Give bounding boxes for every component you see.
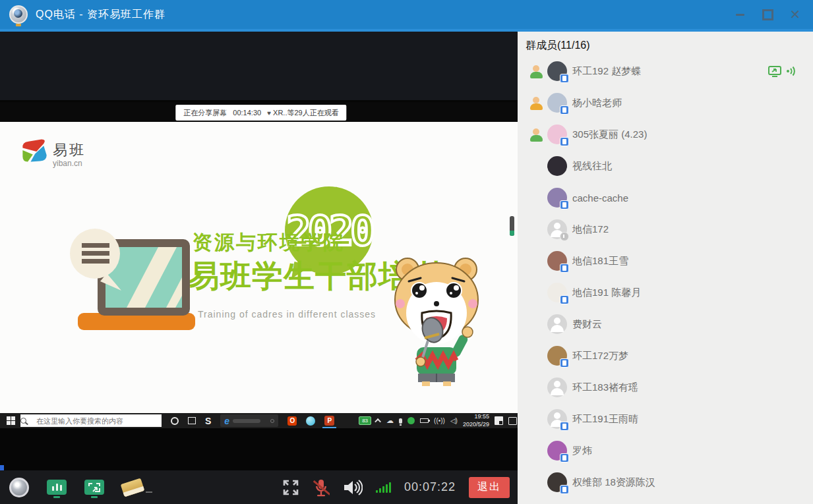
member-row[interactable]: 杨小晗老师 (518, 87, 813, 119)
tray-sync-icon (407, 417, 415, 424)
onedrive-cloud-icon: ☁ (386, 416, 394, 425)
minimize-icon[interactable] (731, 6, 748, 23)
member-row[interactable]: 视线往北 (518, 150, 813, 182)
call-timer: 00:07:22 (404, 480, 456, 494)
avatar (547, 61, 567, 81)
device-badge (560, 105, 569, 115)
close-icon[interactable]: ✕ (787, 6, 804, 23)
whiteboard-button[interactable] (122, 481, 143, 494)
sharing-duration: 00:14:30 (233, 109, 261, 117)
cortana-icon (171, 417, 179, 425)
shared-screen: 正在分享屏幕 00:14:30 ♥ XR..等29人正在观看 (0, 102, 521, 428)
fullscreen-icon[interactable] (282, 479, 299, 496)
yiban-logo-cn: 易班 (53, 140, 86, 160)
avatar (547, 156, 567, 176)
members-panel: 群成员(11/16) 环工192 赵梦蝶 杨小晗老师 (518, 32, 813, 504)
avatar (547, 346, 567, 366)
member-row[interactable]: 费财云 (518, 308, 813, 340)
windows-start-icon (7, 416, 15, 425)
yiban-logo-domain: yiban.cn (53, 159, 86, 168)
avatar (547, 378, 567, 397)
member-name: 地信181王雪 (572, 255, 628, 267)
titlebar: QQ电话 - 资环易班工作群 ✕ (0, 0, 813, 32)
member-row[interactable]: 305张夏丽 (4.23) (518, 119, 813, 150)
member-row[interactable]: 地信191 陈馨月 (518, 277, 813, 308)
avatar (547, 125, 567, 144)
avatar (547, 409, 567, 429)
voice-indicator-icon (786, 66, 796, 76)
member-row[interactable]: 环工191王雨晴 (518, 403, 813, 435)
volume-icon: ◁) (450, 417, 458, 424)
maximize-icon[interactable] (759, 6, 776, 23)
member-name: 权维部 18资源陈汉 (572, 476, 655, 489)
college-name: 资源与环境学院 (193, 229, 345, 256)
edge-browser-tile: e (220, 414, 278, 427)
member-name: 环工191王雨晴 (572, 413, 638, 426)
tray-mic-icon (399, 418, 402, 424)
avatar (547, 93, 567, 113)
share-banner-strip: 正在分享屏幕 00:14:30 ♥ XR..等29人正在观看 (0, 102, 521, 122)
battery-icon (420, 418, 429, 423)
windows-search (15, 414, 162, 427)
exit-button[interactable]: 退出 (469, 477, 510, 498)
signal-strength-icon (376, 482, 391, 493)
member-name: 视线往北 (572, 160, 612, 173)
member-name: 305张夏丽 (4.23) (572, 128, 647, 141)
screen-share-icon[interactable] (84, 480, 104, 495)
member-row[interactable]: 罗炜 (518, 435, 813, 466)
member-row[interactable]: 地信172 (518, 213, 813, 245)
call-toolbar: 00:07:22 退出 (0, 470, 518, 504)
device-badge (560, 453, 569, 462)
window-title: QQ电话 - 资环易班工作群 (36, 8, 166, 22)
toolbar-left-group (9, 478, 143, 497)
device-badge (560, 264, 569, 273)
member-name: 杨小晗老师 (572, 97, 622, 109)
member-name: 地信172 (572, 223, 609, 236)
eraser-icon (121, 478, 145, 497)
device-badge (560, 232, 569, 241)
speaker-icon[interactable] (343, 479, 363, 496)
system-tray: 83 ☁ ((•)) ◁) 19:55 2020/5/29 (359, 413, 521, 428)
member-row[interactable]: cache-cache (518, 182, 813, 213)
browser-circle-icon (306, 416, 315, 426)
presence-icon (529, 65, 543, 78)
device-badge (560, 295, 569, 304)
member-name: 环工192 赵梦蝶 (572, 65, 641, 78)
member-row[interactable]: 环工183褚有瑶 (518, 372, 813, 403)
member-name: 费财云 (572, 318, 602, 331)
eraser-line (146, 491, 152, 493)
member-row[interactable]: 环工192 赵梦蝶 (518, 55, 813, 87)
avatar (547, 472, 567, 492)
screen-demo-icon[interactable] (47, 480, 67, 495)
presence-icon (529, 96, 543, 110)
presentation-slide: 易班 yiban.cn 2020 资源与环境学院 易班学生干部培训 Traini… (0, 122, 521, 413)
taskbar-date: 2020/5/29 (463, 421, 489, 428)
members-header: 群成员(11/16) (518, 32, 813, 55)
avatar (547, 283, 567, 302)
bear-mascot (384, 251, 489, 386)
avatar (547, 188, 567, 208)
ime-icon (495, 416, 503, 425)
sharing-status-pill: 正在分享屏幕 00:14:30 ♥ XR..等29人正在观看 (175, 105, 346, 121)
member-name: 地信191 陈馨月 (572, 287, 641, 299)
avatar (547, 251, 567, 271)
tray-badge: 83 (359, 416, 371, 425)
camera-toggle-icon[interactable] (9, 478, 29, 497)
member-row[interactable]: 权维部 18资源陈汉 (518, 466, 813, 498)
member-name: cache-cache (572, 192, 628, 204)
device-badge (560, 200, 569, 210)
edge-text-smudge (233, 419, 260, 423)
member-row[interactable]: 地信181王雪 (518, 245, 813, 277)
member-name: 环工183褚有瑶 (572, 381, 638, 394)
row-indicators (768, 66, 796, 77)
member-row[interactable]: 环工172万梦 (518, 340, 813, 372)
taskbar-clock: 19:55 2020/5/29 (463, 413, 489, 428)
wifi-icon: ((•)) (434, 417, 445, 424)
screen-share-indicator-icon (768, 66, 781, 77)
video-area: 正在分享屏幕 00:14:30 ♥ XR..等29人正在观看 (0, 32, 518, 504)
mic-muted-icon[interactable] (313, 478, 330, 497)
tray-chevron-icon (375, 418, 381, 425)
video-letterbox-top (0, 32, 518, 100)
viewers: ♥ XR..等29人正在观看 (267, 108, 339, 118)
viewers-icon: ♥ (267, 109, 271, 117)
